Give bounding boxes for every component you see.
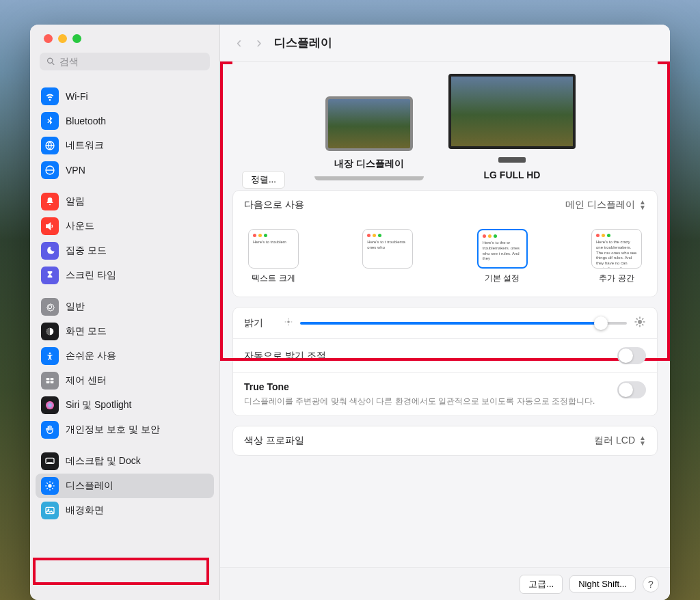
sidebar-item-bell[interactable]: 알림 xyxy=(36,189,214,214)
sidebar-item-label: Wi-Fi xyxy=(66,91,88,102)
sidebar-item-label: 데스크탑 및 Dock xyxy=(66,455,141,467)
resolution-row: Here's to troublem텍스트 크게Here's to t trou… xyxy=(233,219,657,297)
window-controls xyxy=(30,34,219,43)
slider-knob[interactable] xyxy=(594,316,608,330)
sidebar-item-control[interactable]: 제어 센터 xyxy=(36,368,214,393)
svg-line-21 xyxy=(52,482,53,483)
sidebar-item-siri[interactable]: Siri 및 Spotlight xyxy=(36,393,214,418)
accessibility-icon xyxy=(41,347,59,365)
display-external[interactable]: LG FULL HD xyxy=(448,74,576,180)
svg-point-0 xyxy=(48,58,53,63)
settings-window: Wi-FiBluetooth네트워크VPN알림사운드집중 모드스크린 타임일반화… xyxy=(30,25,670,600)
sidebar-item-hand[interactable]: 개인정보 보호 및 보안 xyxy=(36,418,214,442)
svg-point-24 xyxy=(287,321,290,323)
sidebar-item-label: 손쉬운 사용 xyxy=(66,350,116,362)
bell-icon xyxy=(41,193,59,210)
display-label: LG FULL HD xyxy=(484,169,541,180)
auto-brightness-label: 자동으로 밝기 조절 xyxy=(244,350,326,362)
display-laptop[interactable]: 내장 디스플레이 xyxy=(314,96,424,180)
resolution-option[interactable]: Here's to the cr troublemakers. ones who… xyxy=(477,229,528,284)
displays-area: 정렬... 내장 디스플레이LG FULL HD xyxy=(232,62,658,180)
bottom-bar: 고급... Night Shift... ? xyxy=(220,567,670,600)
siri-icon xyxy=(41,396,59,414)
sidebar-item-label: 사운드 xyxy=(66,220,94,232)
sidebar-item-label: 스크린 타임 xyxy=(66,269,116,282)
page-title: 디스플레이 xyxy=(274,35,332,51)
chevron-updown-icon: ▲▼ xyxy=(639,435,646,446)
sidebar-item-label: Siri 및 Spotlight xyxy=(66,399,131,411)
search-field[interactable] xyxy=(40,53,210,70)
help-button[interactable]: ? xyxy=(643,576,659,592)
resolution-option[interactable]: Here's to t troublema ones who xyxy=(362,229,413,284)
brightness-icon xyxy=(41,477,59,495)
sidebar-item-label: 제어 센터 xyxy=(66,374,107,387)
close-icon[interactable] xyxy=(44,34,53,43)
svg-point-10 xyxy=(46,401,54,409)
sidebar-item-network[interactable]: 네트워크 xyxy=(36,133,214,158)
gear-icon xyxy=(41,298,59,316)
color-profile-label: 색상 프로파일 xyxy=(244,435,304,447)
true-tone-desc: 디스플레이를 주변광에 맞춰 색상이 다른 환경에서도 일관적으로 보이도록 자… xyxy=(244,395,617,407)
sidebar-item-speaker[interactable]: 사운드 xyxy=(36,214,214,238)
svg-rect-8 xyxy=(46,381,50,383)
auto-brightness-row: 자동으로 밝기 조절 xyxy=(233,338,657,372)
back-button[interactable]: ‹ xyxy=(234,34,244,52)
sidebar-item-gear[interactable]: 일반 xyxy=(36,295,214,319)
sidebar-item-label: 배경화면 xyxy=(66,504,104,517)
sidebar-item-moon[interactable]: 집중 모드 xyxy=(36,238,214,263)
resolution-thumb: Here's to the crazy one troublemakers. T… xyxy=(591,229,642,269)
true-tone-row: True Tone 디스플레이를 주변광에 맞춰 색상이 다른 환경에서도 일관… xyxy=(233,372,657,415)
search-input[interactable] xyxy=(59,56,203,67)
wallpaper-icon xyxy=(41,502,59,519)
advanced-button[interactable]: 고급... xyxy=(520,575,563,594)
svg-line-18 xyxy=(46,482,47,483)
use-as-label: 다음으로 사용 xyxy=(244,199,304,211)
sidebar-item-hourglass[interactable]: 스크린 타임 xyxy=(36,263,214,288)
brightness-row: 밝기 xyxy=(233,308,657,338)
resolution-thumb: Here's to t troublema ones who xyxy=(362,229,413,269)
sidebar-item-appearance[interactable]: 화면 모드 xyxy=(36,319,214,344)
sidebar-item-brightness[interactable]: 디스플레이 xyxy=(36,474,214,498)
sidebar-item-label: VPN xyxy=(66,165,85,176)
sidebar-item-label: Bluetooth xyxy=(66,115,106,126)
minimize-icon[interactable] xyxy=(58,34,67,43)
svg-line-20 xyxy=(46,488,47,489)
zoom-icon[interactable] xyxy=(72,34,81,43)
sidebar-item-label: 개인정보 보호 및 보안 xyxy=(66,424,160,436)
svg-point-13 xyxy=(48,484,51,487)
color-profile-popup[interactable]: 컬러 LCD ▲▼ xyxy=(594,435,646,447)
brightness-slider-wrap xyxy=(284,316,646,330)
true-tone-toggle[interactable] xyxy=(617,381,646,398)
svg-rect-6 xyxy=(46,378,50,380)
auto-brightness-toggle[interactable] xyxy=(617,347,646,364)
sidebar-item-vpn[interactable]: VPN xyxy=(36,158,214,182)
resolution-label: 추가 공간 xyxy=(599,273,634,284)
svg-line-37 xyxy=(642,318,643,320)
night-shift-button[interactable]: Night Shift... xyxy=(569,575,636,592)
sun-small-icon xyxy=(284,317,293,329)
wifi-icon xyxy=(41,87,59,105)
true-tone-label: True Tone xyxy=(244,381,289,392)
moon-icon xyxy=(41,242,59,260)
sidebar-item-accessibility[interactable]: 손쉬운 사용 xyxy=(36,344,214,368)
resolution-option[interactable]: Here's to the crazy one troublemakers. T… xyxy=(591,229,642,284)
sidebar-item-label: 네트워크 xyxy=(66,139,104,152)
speaker-icon xyxy=(41,217,59,235)
sidebar-item-bluetooth[interactable]: Bluetooth xyxy=(36,109,214,133)
use-as-popup[interactable]: 메인 디스플레이 ▲▼ xyxy=(565,199,646,211)
sidebar-item-dock[interactable]: 데스크탑 및 Dock xyxy=(36,449,214,474)
control-icon xyxy=(41,372,59,390)
network-icon xyxy=(41,137,59,154)
sidebar-item-label: 일반 xyxy=(66,301,85,313)
brightness-slider[interactable] xyxy=(300,322,627,325)
forward-button[interactable]: › xyxy=(254,34,264,52)
brightness-label: 밝기 xyxy=(244,317,263,329)
group-use-as: 다음으로 사용 메인 디스플레이 ▲▼ Here's to troublem텍스… xyxy=(232,190,658,297)
resolution-option[interactable]: Here's to troublem텍스트 크게 xyxy=(248,229,299,284)
color-profile-row: 색상 프로파일 컬러 LCD ▲▼ xyxy=(233,426,657,455)
arrange-button[interactable]: 정렬... xyxy=(242,171,285,189)
sidebar: Wi-FiBluetooth네트워크VPN알림사운드집중 모드스크린 타임일반화… xyxy=(30,25,220,600)
sidebar-item-wifi[interactable]: Wi-Fi xyxy=(36,84,214,109)
resolution-thumb: Here's to the cr troublemakers. ones who… xyxy=(477,229,528,269)
sidebar-item-wallpaper[interactable]: 배경화면 xyxy=(36,498,214,523)
